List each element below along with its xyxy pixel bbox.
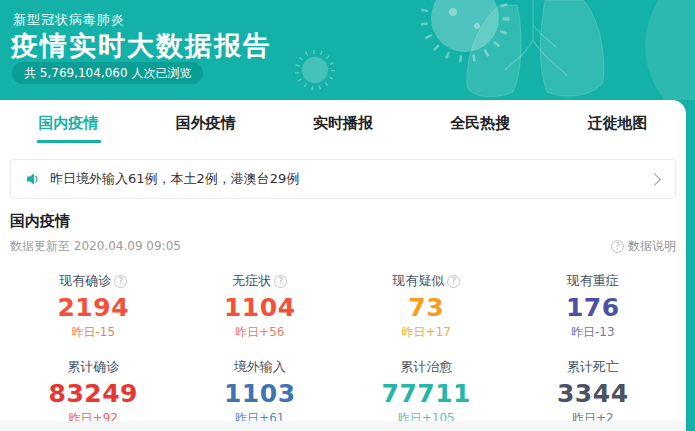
stat-label: 累计死亡	[567, 358, 619, 376]
virus-icon	[424, 0, 506, 59]
data-note-label: 数据说明	[628, 238, 676, 255]
stat-label: 累计治愈	[400, 358, 452, 376]
tab-foreign-epidemic[interactable]: 国外疫情	[137, 100, 274, 146]
tab-label: 国内疫情	[39, 114, 99, 133]
page-header: 新型冠状病毒肺炎 疫情实时大数据报告 共 5,769,104,060 人次已浏览	[0, 0, 695, 100]
stat-delta: 昨日+17	[343, 324, 510, 341]
stat-label: 现有确诊	[59, 272, 111, 290]
tab-domestic-epidemic[interactable]: 国内疫情	[0, 100, 137, 146]
stat-card-asymptomatic: 无症状? 1104 昨日+56	[177, 272, 344, 341]
stat-value: 77711	[343, 380, 510, 409]
stat-card-cumulative-deaths: 累计死亡 3344 昨日+2	[510, 358, 677, 427]
tab-label: 实时播报	[313, 114, 373, 133]
announcement-bar[interactable]: 昨日境外输入61例，本土2例，港澳台29例	[10, 159, 676, 199]
views-badge: 共 5,769,104,060 人次已浏览	[12, 62, 203, 84]
stat-card-imported-cases: 境外输入 1103 昨日+61	[177, 358, 344, 427]
stat-delta: 昨日-15	[10, 324, 177, 341]
updated-timestamp: 数据更新至 2020.04.09 09:05	[10, 238, 181, 255]
tab-bar: 国内疫情 国外疫情 实时播报 全民热搜 迁徙地图	[0, 100, 686, 146]
virus-icon-small	[297, 52, 333, 88]
tab-label: 迁徙地图	[587, 114, 647, 133]
stat-value: 73	[343, 294, 510, 323]
stat-card-existing-severe: 现有重症 176 昨日-13	[510, 272, 677, 341]
stat-card-existing-confirmed: 现有确诊? 2194 昨日-15	[10, 272, 177, 341]
data-note-link[interactable]: ? 数据说明	[611, 238, 676, 255]
main-card: 国内疫情 国外疫情 实时播报 全民热搜 迁徙地图 昨日境外输入61例，本土2例，…	[0, 100, 686, 431]
tab-hot-searches[interactable]: 全民热搜	[412, 100, 549, 146]
help-icon[interactable]: ?	[274, 275, 287, 288]
speaker-icon	[25, 171, 41, 187]
stat-label: 累计确诊	[67, 358, 119, 376]
tab-live-broadcast[interactable]: 实时播报	[274, 100, 411, 146]
stat-delta: 昨日-13	[510, 324, 677, 341]
stat-delta: 昨日+56	[177, 324, 344, 341]
stat-value: 176	[510, 294, 677, 323]
section-title: 国内疫情	[10, 212, 676, 231]
stat-value: 2194	[10, 294, 177, 323]
stat-value: 1104	[177, 294, 344, 323]
stat-value: 83249	[10, 380, 177, 409]
announcement-text: 昨日境外输入61例，本土2例，港澳台29例	[50, 170, 650, 188]
stat-value: 1103	[177, 380, 344, 409]
help-icon[interactable]: ?	[447, 275, 460, 288]
stat-label: 现有疑似	[392, 272, 444, 290]
chevron-right-icon	[648, 173, 661, 186]
stat-label: 现有重症	[567, 272, 619, 290]
tab-label: 全民热搜	[450, 114, 510, 133]
tab-label: 国外疫情	[176, 114, 236, 133]
section-divider	[0, 421, 686, 431]
stat-card-cumulative-confirmed: 累计确诊 83249 昨日+92	[10, 358, 177, 427]
stat-card-existing-suspected: 现有疑似? 73 昨日+17	[343, 272, 510, 341]
page-title: 疫情实时大数据报告	[11, 28, 272, 64]
stat-label: 无症状	[232, 272, 271, 290]
meta-row: 数据更新至 2020.04.09 09:05 ? 数据说明	[10, 238, 676, 255]
stat-card-cumulative-cured: 累计治愈 77711 昨日+105	[343, 358, 510, 427]
header-kicker: 新型冠状病毒肺炎	[13, 11, 125, 29]
tab-migration-map[interactable]: 迁徙地图	[549, 100, 686, 146]
help-icon[interactable]: ?	[114, 275, 127, 288]
stat-label: 境外输入	[234, 358, 286, 376]
active-tab-underline	[37, 140, 101, 143]
question-circle-icon: ?	[611, 240, 624, 253]
stat-value: 3344	[510, 380, 677, 409]
lungs-virus-art	[295, 0, 695, 100]
stats-grid: 现有确诊? 2194 昨日-15 无症状? 1104 昨日+56 现有疑似? 7…	[10, 272, 676, 427]
